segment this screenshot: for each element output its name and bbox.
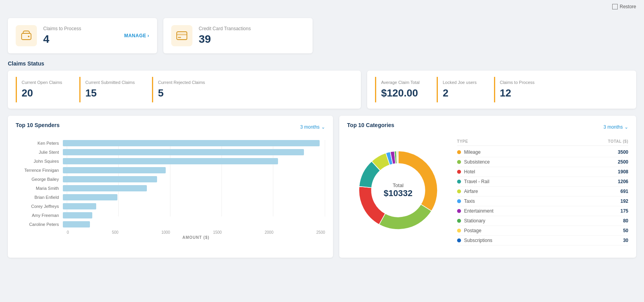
legend-row-3: Travel - Rail 1206	[457, 177, 628, 187]
bar-fill-3	[63, 167, 166, 173]
legend-type-col: TYPE	[457, 139, 468, 144]
claims-process-right-label: Claims to Process	[500, 80, 535, 85]
claims-to-process-card: Claims to Process 4 MANAGE ›	[8, 18, 157, 53]
legend-row-6: Entertainment 175	[457, 206, 628, 216]
categories-period-selector[interactable]: 3 months ⌄	[604, 124, 628, 130]
restore-button[interactable]: Restore	[612, 4, 636, 9]
legend-value-1: 2500	[618, 159, 628, 165]
donut-left: Total $10332	[347, 139, 449, 241]
bar-fill-1	[63, 149, 304, 155]
claims-status-right-panel: Average Claim Total $120.00 Locked Joe u…	[367, 71, 636, 109]
bar-name-9: Caroline Peters	[16, 222, 63, 227]
claims-card-value: 4	[43, 33, 118, 45]
legend-value-0: 3500	[618, 149, 628, 155]
credit-card-content: Credit Card Transactions 39	[199, 26, 305, 45]
metric-avg-claim: Average Claim Total $120.00	[375, 77, 429, 102]
legend-dot-1	[457, 160, 461, 164]
bar-name-1: Julie Stent	[16, 150, 63, 155]
donut-segment-Hotel	[359, 186, 385, 224]
bar-row-3: Terrence Finnigan	[16, 167, 325, 173]
legend-name-2: Hotel	[464, 169, 618, 175]
legend-value-8: 50	[623, 228, 628, 233]
legend-value-7: 80	[623, 218, 628, 224]
bar-fill-0	[63, 140, 320, 146]
bar-fill-4	[63, 176, 157, 182]
bar-track-7	[63, 203, 325, 209]
claims-process-right-value: 12	[500, 87, 535, 99]
spenders-period-selector[interactable]: 3 months ⌄	[300, 124, 325, 130]
bar-name-3: Terrence Finnigan	[16, 168, 63, 173]
credit-card-transactions-card: Credit Card Transactions 39	[163, 18, 313, 53]
legend-value-2: 1908	[618, 169, 628, 175]
donut-segment-Mileage	[398, 151, 437, 211]
bar-track-6	[63, 194, 325, 200]
claims-card-label: Claims to Process	[43, 26, 118, 31]
donut-segment-Subscriptions	[397, 151, 398, 164]
legend-value-3: 1206	[618, 179, 628, 184]
legend-row-5: Taxis 192	[457, 196, 628, 206]
legend-name-4: Airfare	[464, 189, 620, 194]
top-spenders-panel: Top 10 Spenders 3 months ⌄ Ken Peters Ju…	[8, 116, 333, 258]
bar-row-1: Julie Stent	[16, 149, 325, 155]
svg-rect-4	[178, 37, 181, 38]
legend-value-5: 192	[620, 198, 628, 204]
categories-period-label: 3 months	[604, 124, 623, 130]
bar-track-9	[63, 221, 325, 227]
bar-row-9: Caroline Peters	[16, 221, 325, 227]
x-tick: 1000	[161, 230, 170, 235]
spenders-title: Top 10 Spenders	[16, 122, 60, 128]
bar-row-8: Amy Freeman	[16, 212, 325, 218]
metric-submitted-claims: Current Submitted Claims 15	[79, 77, 144, 102]
top-cards-row: Claims to Process 4 MANAGE › Credit Card…	[8, 18, 636, 53]
bar-row-6: Brian Enfield	[16, 194, 325, 200]
bar-name-8: Amy Freeman	[16, 213, 63, 218]
bar-name-0: Ken Peters	[16, 141, 63, 146]
legend-name-3: Travel - Rail	[464, 179, 618, 184]
credit-card-value: 39	[199, 33, 305, 45]
categories-chevron-down-icon: ⌄	[624, 124, 628, 130]
svg-point-1	[28, 36, 29, 37]
bar-row-4: George Bailey	[16, 176, 325, 182]
categories-panel-header: Top 10 Categories 3 months ⌄	[347, 122, 628, 132]
bar-name-4: George Bailey	[16, 177, 63, 182]
legend-row-1: Subsistence 2500	[457, 157, 628, 167]
manage-link[interactable]: MANAGE ›	[124, 33, 149, 38]
bar-chart-area: Ken Peters Julie Stent John Squires Terr…	[16, 136, 325, 251]
left-metrics: Current Open Claims 20 Current Submitted…	[16, 77, 353, 102]
legend-row-2: Hotel 1908	[457, 167, 628, 177]
locked-users-value: 2	[443, 87, 476, 99]
bar-fill-8	[63, 212, 92, 218]
bottom-row: Top 10 Spenders 3 months ⌄ Ken Peters Ju…	[8, 116, 636, 258]
bar-track-2	[63, 158, 325, 164]
metric-locked-users: Locked Joe users 2	[437, 77, 486, 102]
bar-row-2: John Squires	[16, 158, 325, 164]
legend-dot-6	[457, 209, 461, 213]
legend-row-9: Subscriptions 30	[457, 236, 628, 246]
legend-header: TYPE TOTAL ($)	[457, 139, 628, 146]
avg-claim-value: $120.00	[381, 87, 419, 99]
legend-value-6: 175	[620, 208, 628, 214]
bar-name-7: Corey Jeffreys	[16, 204, 63, 209]
manage-link-text: MANAGE	[124, 33, 146, 38]
bar-track-1	[63, 149, 325, 155]
claims-card-content: Claims to Process 4	[43, 26, 118, 45]
legend-dot-8	[457, 229, 461, 233]
bar-fill-6	[63, 194, 117, 200]
legend-table: TYPE TOTAL ($) Mileage 3500 Subsistence …	[457, 139, 628, 246]
bar-track-4	[63, 176, 325, 182]
svg-rect-2	[177, 32, 187, 40]
legend-row-7: Stationary 80	[457, 216, 628, 226]
restore-label: Restore	[620, 4, 636, 9]
legend-dot-9	[457, 238, 461, 242]
bar-track-3	[63, 167, 325, 173]
bar-row-5: Maria Smith	[16, 185, 325, 191]
avg-claim-label: Average Claim Total	[381, 80, 419, 85]
claims-status-title: Claims Status	[8, 60, 636, 67]
spenders-panel-header: Top 10 Spenders 3 months ⌄	[16, 122, 325, 132]
x-tick: 500	[112, 230, 119, 235]
x-tick: 0	[67, 230, 69, 235]
legend-name-9: Subscriptions	[464, 238, 623, 243]
donut-segment-Subsistence	[379, 204, 431, 229]
bar-name-6: Brian Enfield	[16, 195, 63, 200]
metric-claims-process-right: Claims to Process 12	[494, 77, 544, 102]
